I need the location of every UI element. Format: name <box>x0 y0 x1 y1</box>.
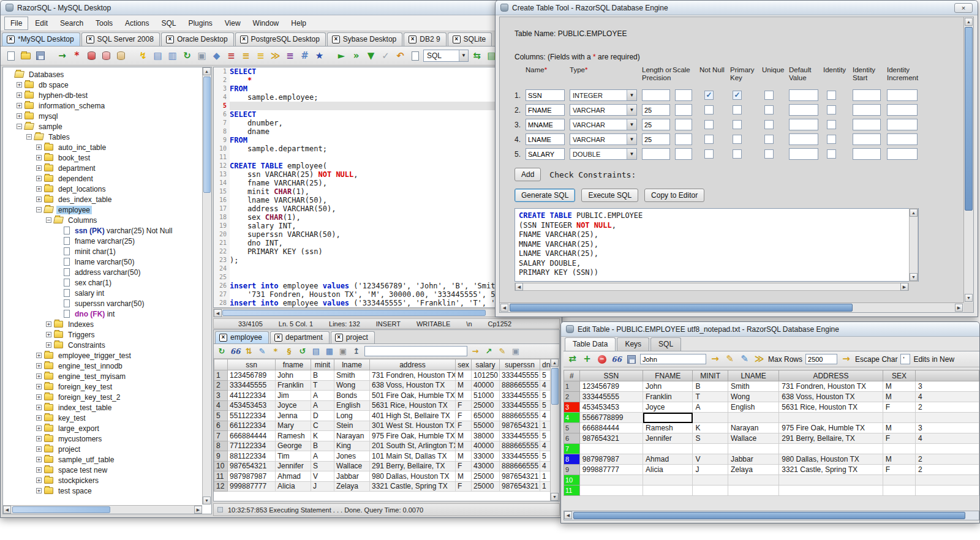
tree-item[interactable]: −Columns <box>4 215 202 225</box>
expand-icon[interactable]: + <box>46 321 51 327</box>
cell[interactable]: 25000 <box>472 400 500 411</box>
cell[interactable] <box>779 444 883 454</box>
cell[interactable] <box>779 486 883 496</box>
scale-input[interactable] <box>675 133 692 145</box>
connections-icon[interactable] <box>85 50 98 62</box>
tree-item[interactable]: dno (FK) int <box>4 309 202 319</box>
scroll-right-icon[interactable]: ▶ <box>900 283 908 291</box>
cell[interactable]: Alicia <box>643 465 693 475</box>
cell[interactable]: 5566778899 <box>579 413 643 423</box>
primary-key-checkbox[interactable] <box>733 105 742 114</box>
cell[interactable]: 731 Fondren, Houston TX <box>779 381 883 392</box>
tree-item[interactable]: +large_export <box>4 423 202 433</box>
search-doc-icon[interactable]: ▥ <box>166 50 179 62</box>
table-row[interactable]: 9881122334TimAJones101 Main St, Dallas T… <box>214 451 555 462</box>
cell[interactable]: F <box>456 400 472 411</box>
cell[interactable]: 987654321 <box>579 433 643 444</box>
cell[interactable] <box>693 413 728 423</box>
connection-tab[interactable]: ×DB2 9 <box>404 32 446 46</box>
scroll-left-icon[interactable]: ◀ <box>3 506 11 514</box>
tree-item[interactable]: minit char(1) <box>4 246 202 257</box>
list-icon[interactable]: ▤ <box>311 346 322 357</box>
copy-to-editor-button[interactable]: Copy to Editor <box>644 189 704 202</box>
cell[interactable]: 661122334 <box>228 421 276 431</box>
cell[interactable]: 888666555 <box>500 461 540 471</box>
expand-icon[interactable]: + <box>36 144 42 150</box>
menu-edit[interactable]: Edit <box>29 17 53 29</box>
escape-char-input[interactable] <box>900 354 910 364</box>
results-search-input[interactable] <box>364 346 467 356</box>
close-tab-icon[interactable]: × <box>274 334 282 342</box>
cell[interactable]: 453453453 <box>228 400 276 411</box>
length-input[interactable] <box>642 133 670 145</box>
column-name-input[interactable] <box>526 133 565 145</box>
cell[interactable]: 3 <box>916 381 979 392</box>
column-header-extra[interactable] <box>916 370 979 381</box>
default-value-input[interactable] <box>789 148 818 160</box>
cell[interactable] <box>779 475 883 486</box>
tree-item[interactable]: +sample_utf_table <box>4 454 202 465</box>
column-type-select[interactable]: VARCHAR▼ <box>570 119 637 130</box>
tab-keys[interactable]: Keys <box>617 337 649 351</box>
expand-icon[interactable]: + <box>17 82 22 88</box>
expand-icon[interactable]: + <box>36 353 42 358</box>
collapse-icon[interactable]: − <box>26 134 32 140</box>
cell[interactable] <box>579 444 643 454</box>
cell[interactable]: F <box>456 421 472 431</box>
close-tab-icon[interactable]: × <box>335 334 343 342</box>
column-header-SEX[interactable]: SEX <box>883 370 915 381</box>
column-header-LNAME[interactable]: LNAME <box>728 370 778 381</box>
table-row[interactable]: 5666884444RameshKNarayan975 Fire Oak, Hu… <box>564 423 979 433</box>
window-hscrollbar[interactable]: ◀ ▶ <box>500 302 963 312</box>
tree-item[interactable]: +mysql <box>4 111 202 121</box>
cell[interactable]: 291 Berry, Bellaire, TX <box>779 433 883 444</box>
cell[interactable]: K <box>693 423 728 433</box>
edit-cell-icon[interactable]: ✎ <box>739 353 750 365</box>
keys-icon[interactable]: § <box>284 346 295 357</box>
cell[interactable] <box>728 413 778 423</box>
tree-item[interactable]: +test space <box>4 486 202 496</box>
cell[interactable]: 43000 <box>472 461 500 471</box>
cell[interactable]: M <box>456 391 472 401</box>
tree-item[interactable]: +db space <box>4 80 202 90</box>
tree-hscroll-thumb[interactable] <box>12 506 110 513</box>
lightning-icon[interactable]: ↯ <box>137 50 149 62</box>
cell[interactable]: 980 Dallas, Houston TX <box>779 454 883 465</box>
tree-item[interactable]: +information_schema <box>4 100 202 111</box>
table-row[interactable]: 12999887777AliciaJZelaya3321 Castle, Spr… <box>214 481 555 492</box>
close-tab-icon[interactable]: × <box>240 36 248 43</box>
cell[interactable]: M <box>883 423 915 433</box>
fetch-icon[interactable]: ▼ <box>364 50 377 62</box>
execute-icon[interactable]: ► <box>335 50 348 62</box>
cell[interactable]: 771122334 <box>228 441 276 451</box>
cell[interactable] <box>643 444 693 454</box>
cell[interactable]: Ramesh <box>643 423 693 433</box>
filter-rows-icon[interactable]: ≫ <box>269 50 282 62</box>
default-value-input[interactable] <box>789 89 818 101</box>
close-tab-icon[interactable]: × <box>219 334 227 342</box>
cell[interactable]: 999887777 <box>228 481 276 492</box>
unique-checkbox[interactable] <box>764 91 774 100</box>
checklist-icon[interactable]: ▤ <box>151 50 164 62</box>
default-value-input[interactable] <box>789 119 818 130</box>
undo-icon[interactable]: ↶ <box>394 50 407 62</box>
cell[interactable]: 333445555 <box>500 400 540 411</box>
hscroll-thumb[interactable] <box>510 304 853 312</box>
primary-key-checkbox[interactable]: ✓ <box>733 91 742 100</box>
scroll-left-icon[interactable]: ◀ <box>500 304 508 312</box>
row-number[interactable]: 7 <box>564 444 580 454</box>
scroll-up-icon[interactable]: ▲ <box>910 209 918 217</box>
cell[interactable]: 987654321 <box>228 461 276 471</box>
cell[interactable]: 2 <box>916 402 979 413</box>
cell[interactable]: 2 <box>916 454 979 465</box>
cell[interactable]: John <box>643 381 693 392</box>
expand-icon[interactable]: + <box>36 394 42 400</box>
editor-hscroll-thumb[interactable] <box>222 310 486 316</box>
filter-icon[interactable]: ⇅ <box>243 346 254 357</box>
expand-icon[interactable]: + <box>36 478 42 483</box>
tree-item[interactable]: +dependent <box>4 173 202 184</box>
connection-tab[interactable]: ×PostgreSQL Desktop <box>235 32 326 46</box>
cell[interactable]: 291 Berry, Bellaire, TX <box>370 461 456 471</box>
sql-preview[interactable]: CREATE TABLE PUBLIC.EMPLOYEE(SSN INTEGER… <box>514 208 919 282</box>
scroll-down-icon[interactable]: ▼ <box>551 493 559 501</box>
